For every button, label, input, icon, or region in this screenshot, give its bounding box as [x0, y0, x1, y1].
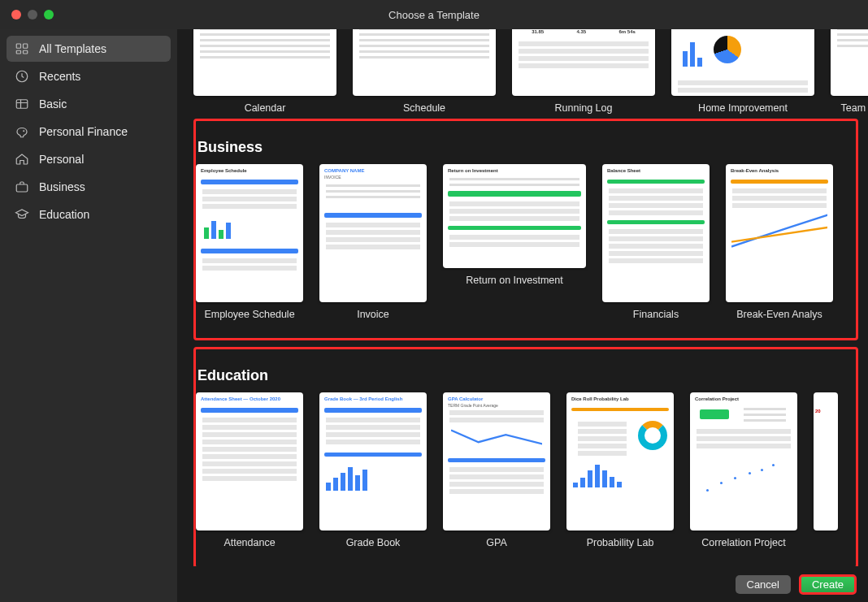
sidebar-item-label: Education [39, 208, 89, 221]
template-label: Grade Book [346, 537, 401, 548]
svg-rect-0 [16, 44, 20, 48]
template-card-employee-schedule[interactable]: Employee Schedule Employee Schedule [196, 164, 303, 320]
template-label: Calendar [245, 102, 286, 114]
briefcase-icon [15, 180, 29, 194]
template-thumbnail: GPA Calculator TERM Grade Point Average [443, 392, 550, 531]
template-card-home-improvement[interactable]: Home Improvement [671, 29, 814, 114]
home-icon [15, 152, 29, 167]
sidebar-item-label: Personal [39, 153, 84, 166]
template-thumbnail: Balance Sheet [602, 164, 710, 302]
sidebar-item-label: Recents [39, 70, 80, 83]
create-button[interactable]: Create [799, 574, 857, 595]
template-thumbnail: Correlation Project [690, 392, 797, 531]
window-title: Choose a Template [0, 9, 868, 21]
template-thumbnail: Employee Schedule [196, 164, 303, 302]
sidebar-item-label: Basic [39, 97, 67, 110]
template-card-financials[interactable]: Balance Sheet Financials [602, 164, 710, 320]
sidebar-item-label: Business [39, 180, 85, 193]
template-label: Invoice [357, 309, 389, 320]
template-card-gpa[interactable]: GPA Calculator TERM Grade Point Average … [443, 392, 550, 548]
template-label: GPA [486, 537, 506, 548]
sidebar: All Templates Recents Basic Personal Fin… [0, 29, 177, 602]
template-thumbnail [831, 29, 868, 96]
sidebar-item-recents[interactable]: Recents [7, 63, 171, 89]
section-education-highlight: Education Attendance Sheet — October 202… [193, 347, 858, 566]
titlebar: Choose a Template [0, 0, 868, 29]
template-label: Break-Even Analys [736, 309, 822, 320]
sidebar-item-education[interactable]: Education [7, 201, 171, 227]
template-card-schedule[interactable]: Schedule [353, 29, 496, 114]
sidebar-item-business[interactable]: Business [7, 174, 171, 200]
template-card-attendance[interactable]: Attendance Sheet — October 2020 Attendan… [196, 392, 303, 548]
template-thumbnail: COMPANY NAME INVOICE [319, 164, 427, 302]
cancel-button[interactable]: Cancel [736, 575, 791, 594]
template-label: Employee Schedule [204, 309, 294, 320]
template-card-team-organization[interactable]: Team Organiza [831, 29, 868, 114]
template-card-running-log[interactable]: 31.854.356m 54s Running Log [512, 29, 655, 114]
template-label: Team Organiza [841, 102, 868, 114]
template-gallery: Calendar Schedule 31.854.356m 54s Runnin… [177, 29, 868, 602]
template-card-calendar[interactable]: Calendar [193, 29, 336, 114]
section-business-highlight: Business Employee Schedule Employee Sche… [193, 119, 858, 340]
sidebar-item-label: Personal Finance [39, 125, 128, 138]
sidebar-item-all-templates[interactable]: All Templates [7, 36, 171, 62]
template-thumbnail: 31.854.356m 54s [512, 29, 655, 96]
template-label: Probability Lab [587, 537, 654, 548]
template-label: Running Log [555, 102, 613, 114]
dialog-footer: Cancel Create [177, 566, 868, 602]
template-thumbnail [353, 29, 496, 96]
template-card-probability[interactable]: Dice Roll Probability Lab Probability La… [566, 392, 674, 548]
sidebar-item-basic[interactable]: Basic [7, 91, 171, 117]
svg-rect-5 [16, 100, 28, 109]
clock-icon [15, 69, 29, 84]
table-icon [15, 97, 29, 111]
template-thumbnail: Grade Book — 3rd Period English [319, 392, 427, 531]
svg-rect-3 [24, 50, 28, 54]
piggy-icon [15, 124, 29, 139]
template-label: Financials [633, 309, 679, 320]
svg-rect-7 [16, 184, 28, 192]
template-card-grade-book[interactable]: Grade Book — 3rd Period English Grade Bo… [319, 392, 427, 548]
template-thumbnail [193, 29, 336, 96]
template-thumbnail [671, 29, 814, 96]
template-card-roi[interactable]: Return on Investment Return on Investmen… [443, 164, 586, 320]
grid-icon [15, 41, 29, 56]
template-card-break-even[interactable]: Break-Even Analysis Break-Even Analys [726, 164, 833, 320]
svg-point-6 [24, 131, 24, 132]
template-thumbnail: Return on Investment [443, 164, 586, 268]
template-card-correlation[interactable]: Correlation Project Correlation [690, 392, 797, 548]
template-thumbnail: 20 [814, 392, 838, 531]
sidebar-item-personal[interactable]: Personal [7, 146, 171, 172]
template-card-partial[interactable]: 20 [814, 392, 838, 548]
section-heading-business: Business [197, 139, 856, 156]
template-card-invoice[interactable]: COMPANY NAME INVOICE Invoice [319, 164, 427, 320]
sidebar-item-label: All Templates [39, 42, 106, 55]
template-thumbnail: Dice Roll Probability Lab [566, 392, 674, 531]
svg-rect-2 [16, 50, 20, 54]
svg-rect-1 [24, 44, 28, 48]
graduation-icon [15, 207, 29, 222]
template-thumbnail: Attendance Sheet — October 2020 [196, 392, 303, 531]
template-label: Home Improvement [698, 102, 788, 114]
template-label: Schedule [403, 102, 445, 114]
template-label: Attendance [224, 537, 275, 548]
template-label: Return on Investment [466, 275, 563, 286]
template-thumbnail: Break-Even Analysis [726, 164, 833, 302]
template-label: Correlation Project [701, 537, 786, 548]
sidebar-item-personal-finance[interactable]: Personal Finance [7, 119, 171, 145]
section-heading-education: Education [197, 367, 856, 384]
